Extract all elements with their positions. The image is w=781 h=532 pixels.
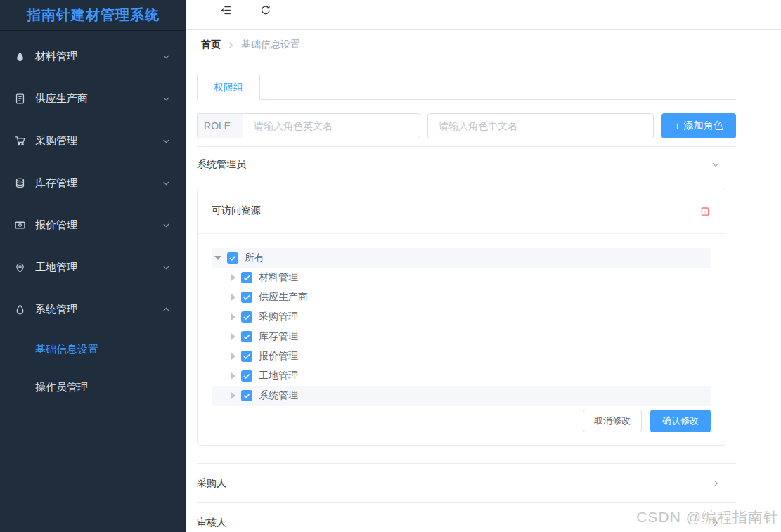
tree-node-label: 报价管理 (259, 350, 298, 363)
role-group-title: 审核人 (197, 517, 711, 529)
checkbox-checked-icon[interactable] (241, 370, 252, 382)
chevron-down-icon (162, 94, 171, 103)
resources-tree: 所有 材料管理 (198, 234, 725, 445)
role-group-admin: 系统管理员 可访问资源 (197, 147, 736, 464)
app-title: 指南针建材管理系统 (0, 0, 186, 31)
tree-node-materials[interactable]: 材料管理 (212, 268, 711, 287)
caret-right-icon[interactable] (231, 274, 235, 281)
caret-right-icon[interactable] (231, 392, 235, 399)
tree-node-label: 所有 (245, 252, 264, 264)
sidebar-item-quotes[interactable]: 报价管理 (0, 204, 186, 246)
resources-panel: 可访问资源 (197, 188, 725, 446)
tree-node-purchasing[interactable]: 采购管理 (212, 307, 711, 327)
confirm-changes-button[interactable]: 确认修改 (650, 410, 711, 432)
sidebar-item-inventory[interactable]: 库存管理 (0, 162, 186, 204)
bill-icon (14, 219, 26, 231)
chevron-down-icon (162, 52, 171, 61)
sidebar-item-purchasing[interactable]: 采购管理 (0, 119, 186, 162)
sidebar-item-materials[interactable]: 材料管理 (0, 35, 186, 77)
role-group-auditor: 审核人 (197, 503, 736, 532)
tree-node-inventory[interactable]: 库存管理 (212, 327, 711, 346)
chevron-right-icon (711, 479, 721, 488)
sidebar-item-worksites[interactable]: 工地管理 (0, 246, 186, 288)
checkbox-checked-icon[interactable] (241, 351, 252, 362)
sidebar-item-basic-info-settings[interactable]: 基础信息设置 (0, 330, 186, 368)
sidebar: 指南针建材管理系统 材料管理 供应生产商 (0, 0, 186, 532)
tree-node-all[interactable]: 所有 (212, 248, 711, 268)
topbar (186, 0, 781, 30)
role-group-title: 系统管理员 (197, 158, 711, 171)
checkbox-checked-icon[interactable] (241, 292, 252, 303)
tree-action-row: 取消修改 确认修改 (212, 410, 711, 432)
tree-node-system[interactable]: 系统管理 (212, 386, 711, 406)
resources-panel-title: 可访问资源 (212, 205, 699, 217)
tree-node-suppliers[interactable]: 供应生产商 (212, 287, 711, 307)
submenu-item-label: 基础信息设置 (35, 343, 98, 356)
chevron-up-icon (162, 305, 171, 314)
checkbox-checked-icon[interactable] (241, 311, 252, 323)
chevron-right-icon (227, 41, 235, 49)
tree-node-label: 系统管理 (259, 389, 298, 402)
chevron-down-icon (711, 160, 721, 169)
content: 权限组 ROLE_ + 添加角色 系统管理员 (186, 74, 781, 532)
sidebar-menu: 材料管理 供应生产商 采购管理 (0, 31, 186, 406)
role-english-name-input[interactable] (243, 113, 420, 138)
role-prefix-label: ROLE_ (197, 113, 243, 138)
add-role-button-label: 添加角色 (684, 119, 723, 132)
tree-node-quotes[interactable]: 报价管理 (212, 346, 711, 366)
tab-permission-groups[interactable]: 权限组 (197, 74, 260, 100)
role-group-buyer-header[interactable]: 采购人 (197, 464, 736, 502)
role-group-title: 采购人 (197, 477, 711, 490)
chevron-down-icon (162, 263, 171, 272)
refresh-icon[interactable] (259, 4, 271, 16)
role-group-auditor-header[interactable]: 审核人 (197, 503, 736, 532)
tree-node-label: 工地管理 (259, 370, 298, 382)
breadcrumb-home[interactable]: 首页 (201, 39, 221, 51)
chevron-down-icon (162, 136, 171, 145)
pin-icon (14, 261, 26, 273)
main-area: 首页 基础信息设置 权限组 ROLE_ + 添加角色 (186, 0, 781, 532)
cancel-changes-button[interactable]: 取消修改 (583, 410, 642, 432)
sidebar-item-label: 工地管理 (35, 261, 162, 274)
checkbox-checked-icon[interactable] (241, 390, 252, 401)
chevron-right-icon (711, 518, 721, 528)
tree-node-label: 材料管理 (259, 271, 298, 284)
role-group-buyer: 采购人 (197, 464, 736, 503)
checkbox-checked-icon[interactable] (241, 272, 252, 283)
sidebar-item-label: 系统管理 (35, 303, 162, 316)
breadcrumb: 首页 基础信息设置 (186, 30, 781, 60)
tree-node-label: 库存管理 (259, 330, 298, 343)
breadcrumb-current: 基础信息设置 (241, 39, 300, 51)
sidebar-item-system[interactable]: 系统管理 (0, 288, 186, 330)
caret-right-icon[interactable] (231, 372, 235, 379)
chevron-down-icon (162, 179, 171, 188)
add-role-button[interactable]: + 添加角色 (661, 113, 736, 138)
fold-icon[interactable] (220, 4, 232, 16)
sidebar-item-suppliers[interactable]: 供应生产商 (0, 77, 186, 119)
sidebar-item-label: 供应生产商 (35, 92, 162, 105)
tab-bar: 权限组 (197, 74, 736, 100)
sidebar-item-label: 采购管理 (35, 134, 162, 148)
submenu-item-label: 操作员管理 (35, 381, 88, 394)
tree-node-label: 采购管理 (259, 311, 298, 323)
caret-right-icon[interactable] (231, 353, 235, 360)
sidebar-item-label: 报价管理 (35, 219, 162, 232)
caret-right-icon[interactable] (231, 333, 235, 340)
caret-right-icon[interactable] (231, 313, 235, 320)
resources-panel-header: 可访问资源 (198, 188, 725, 234)
tree-node-worksites[interactable]: 工地管理 (212, 366, 711, 386)
role-chinese-name-input[interactable] (427, 113, 654, 138)
sidebar-item-label: 库存管理 (35, 176, 162, 190)
caret-right-icon[interactable] (231, 294, 235, 301)
caret-down-icon[interactable] (214, 256, 221, 260)
trash-icon[interactable] (699, 205, 711, 217)
role-collapse-list: 系统管理员 可访问资源 (197, 146, 736, 532)
chevron-down-icon (162, 221, 171, 230)
checkbox-checked-icon[interactable] (241, 331, 252, 342)
checkbox-checked-icon[interactable] (227, 252, 238, 264)
drop-icon (14, 51, 26, 63)
drop-outline-icon (14, 304, 26, 316)
notebook-icon (14, 93, 26, 105)
sidebar-item-operator-management[interactable]: 操作员管理 (0, 368, 186, 406)
role-group-admin-header[interactable]: 系统管理员 (197, 147, 736, 182)
